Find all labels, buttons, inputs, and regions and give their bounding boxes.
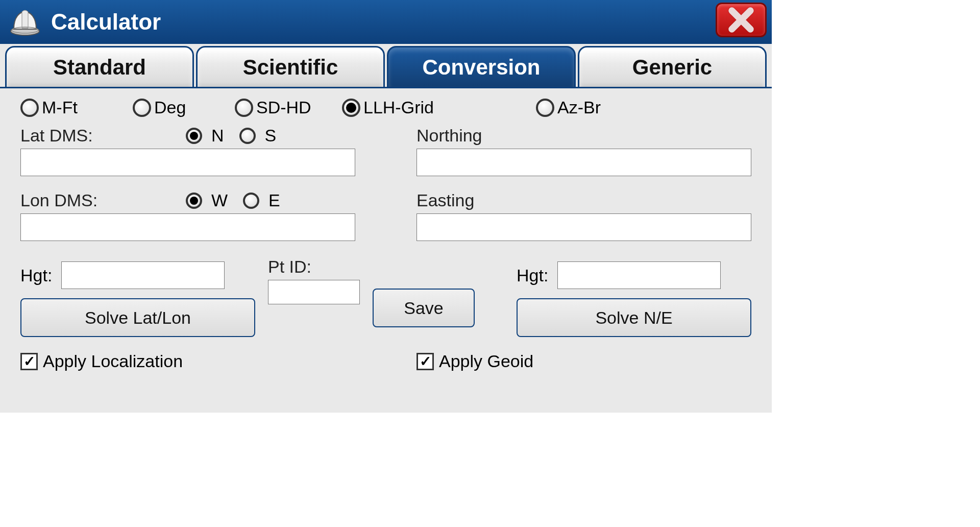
mode-azbr[interactable]: Az-Br [536, 98, 601, 117]
hgt-left-input[interactable] [61, 261, 225, 289]
radio-icon [536, 99, 554, 117]
mode-label: LLH-Grid [363, 98, 434, 117]
content-area: M-Ft Deg SD-HD LLH-Grid Az-Br [0, 88, 772, 413]
hgt-right-input[interactable] [557, 261, 721, 289]
checkbox-icon [20, 353, 38, 370]
mode-label: Deg [154, 98, 186, 117]
radio-icon [243, 193, 259, 209]
checkbox-icon [416, 353, 434, 370]
solve-latlon-button[interactable]: Solve Lat/Lon [20, 298, 255, 337]
radio-icon [133, 99, 151, 117]
solve-ne-button[interactable]: Solve N/E [517, 298, 751, 337]
apply-localization-label: Apply Localization [43, 351, 183, 371]
close-x-icon [728, 7, 754, 33]
save-button[interactable]: Save [373, 289, 475, 327]
mode-deg[interactable]: Deg [133, 98, 230, 117]
easting-input[interactable] [416, 213, 751, 241]
mode-sdhd[interactable]: SD-HD [235, 98, 337, 117]
lon-input[interactable] [20, 213, 355, 241]
hardhat-icon [7, 4, 43, 40]
ptid-label: Pt ID: [268, 257, 311, 277]
lon-label: Lon DMS: [20, 190, 174, 210]
ptid-block: Pt ID: [268, 257, 380, 304]
radio-icon [20, 99, 39, 117]
apply-geoid-checkbox[interactable]: Apply Geoid [416, 351, 751, 371]
calculator-window: Calculator Standard Scientific Conversio… [0, 0, 772, 413]
left-column: Lat DMS: N S Lon DMS: [20, 122, 355, 241]
lat-n-option[interactable]: N [186, 126, 224, 146]
titlebar: Calculator [0, 0, 772, 44]
mode-label: Az-Br [557, 98, 601, 117]
radio-icon [342, 99, 360, 117]
lon-e-option[interactable]: E [243, 190, 280, 210]
apply-localization-checkbox[interactable]: Apply Localization [20, 351, 355, 371]
radio-icon [235, 99, 253, 117]
lon-e-label: E [268, 190, 280, 210]
radio-icon [186, 128, 202, 144]
ptid-input[interactable] [268, 280, 360, 304]
easting-label: Easting [416, 190, 751, 210]
mode-llh-grid[interactable]: LLH-Grid [342, 98, 531, 117]
lat-input[interactable] [20, 149, 355, 176]
northing-input[interactable] [416, 149, 751, 176]
mode-mft[interactable]: M-Ft [20, 98, 128, 117]
tab-standard[interactable]: Standard [5, 46, 194, 87]
hgt-right-label: Hgt: [517, 266, 548, 285]
tab-scientific[interactable]: Scientific [196, 46, 385, 87]
mode-label: M-Ft [42, 98, 78, 117]
lon-w-label: W [211, 190, 228, 210]
lat-n-label: N [211, 126, 224, 146]
close-button[interactable] [716, 3, 767, 37]
radio-icon [239, 128, 256, 144]
window-title: Calculator [51, 9, 161, 35]
hgt-left-label: Hgt: [20, 266, 52, 285]
mode-label: SD-HD [256, 98, 311, 117]
lon-w-option[interactable]: W [186, 190, 228, 210]
apply-geoid-label: Apply Geoid [439, 351, 533, 371]
lat-label: Lat DMS: [20, 126, 174, 146]
mode-radio-row: M-Ft Deg SD-HD LLH-Grid Az-Br [20, 98, 751, 117]
right-column: Northing Easting [416, 122, 751, 241]
radio-icon [186, 193, 202, 209]
tab-generic[interactable]: Generic [578, 46, 767, 87]
lat-s-option[interactable]: S [239, 126, 277, 146]
lat-s-label: S [265, 126, 277, 146]
northing-label: Northing [416, 126, 751, 146]
tab-bar: Standard Scientific Conversion Generic [0, 43, 772, 88]
tab-conversion[interactable]: Conversion [387, 46, 576, 87]
